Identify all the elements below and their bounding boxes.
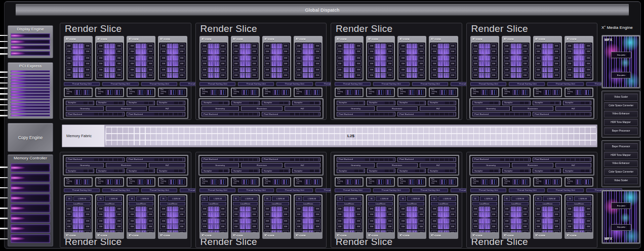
- xve-cell: XVE: [66, 61, 72, 66]
- xve-cell: XVE: [535, 212, 542, 217]
- xve-label: XVE: [253, 232, 256, 232]
- xve-row-group: XVEXVEXVEXVE: [535, 219, 560, 229]
- xe-core: Xe-coreXVEXVEXVEXVEXVEXVEXVEXVEXVEXVEXVE…: [335, 36, 364, 80]
- xve-cell: XVE: [553, 219, 560, 224]
- copy-engine-title: Copy Engine: [18, 135, 43, 140]
- xve-cell: XVE: [535, 61, 542, 66]
- xve-row: XVEXVE: [399, 230, 424, 232]
- ray-tracing-unit-label: Ray Tracing Unit: [431, 179, 438, 185]
- ray-tracing-unit: Ray Tracing Unit: [199, 88, 228, 97]
- xve-row: XVEXVE: [431, 61, 456, 66]
- xve-cell: XVE: [399, 61, 406, 66]
- pixel-backend-cells: [229, 113, 259, 115]
- xe-core-row: ISL1$/SLMLoad/StoreXVEXVEXVEXVEXVEXVEXVE…: [64, 194, 187, 239]
- xve-cell: XVE: [264, 44, 271, 49]
- activity-lane-bar: [11, 97, 50, 99]
- xve-activity-cell: [542, 224, 547, 229]
- xve-grid: XVEXVEXVEXVEXVEXVEXVEXVEXVEXVEXVEXVEXVEX…: [535, 206, 560, 232]
- xve-cell: XVE: [97, 206, 104, 212]
- xve-label: XVE: [149, 69, 152, 70]
- xve-activity-cell: [574, 49, 579, 54]
- xve-label: XVE: [433, 74, 436, 76]
- xve-row-group: XVEXVEXVEXVE: [160, 79, 185, 80]
- copy-engine-block: Copy Engine: [8, 123, 53, 152]
- xve-activity-cell: [407, 44, 412, 49]
- xe-core-label: Xe-core: [430, 233, 457, 238]
- xve-row-group: XVEXVEXVEXVE: [296, 219, 320, 229]
- geometry-label: Geometry: [351, 164, 360, 166]
- xve-activity-cell: [381, 206, 386, 212]
- pixel-backend-label: Pixel Backend: [339, 113, 353, 115]
- xve-row: XVEXVE: [202, 61, 226, 66]
- xve-activity-cell: [381, 219, 386, 224]
- xve-grid: XVEXVEXVEXVEXVEXVEXVEXVEXVEXVEXVEXVEXVEX…: [535, 44, 560, 79]
- xve-activity-cell: [277, 61, 282, 66]
- memory-controller-block: Memory Controller: [8, 154, 53, 246]
- xve-cell: XVE: [450, 73, 456, 78]
- xve-cell: XVE: [97, 219, 104, 224]
- xve-cell: XVE: [115, 230, 122, 232]
- xe-core: Xe-coreXVEXVEXVEXVEXVEXVEXVEXVEXVEXVEXVE…: [95, 36, 124, 80]
- xve-cell: XVE: [368, 212, 375, 217]
- xve-activity-cell: [214, 206, 219, 212]
- l1-slm-label: L1$/SLM: [109, 198, 117, 200]
- activity-lane-bar: [11, 51, 50, 56]
- xve-row-group: XVEXVEXVEXVE: [97, 206, 122, 217]
- geometry-row: GeometryRasterizerHiZ: [337, 163, 456, 168]
- xve-cell: XVE: [251, 206, 258, 212]
- xve-label: XVE: [149, 63, 152, 64]
- xve-row: XVEXVE: [431, 49, 456, 54]
- sampler-label: Sampler: [399, 102, 408, 104]
- xe-core-row: ISL1$/SLMLoad/StoreXVEXVEXVEXVEXVEXVEXVE…: [199, 194, 323, 239]
- xve-row: XVEXVE: [129, 79, 153, 80]
- xve-activity-cell: [271, 67, 276, 72]
- is-l1-row: ISL1$/SLM: [399, 196, 424, 201]
- xve-label: XVE: [315, 51, 319, 52]
- xve-activity-cell: [271, 230, 276, 232]
- xve-activity-cell: [344, 224, 349, 229]
- sampler-cells: [144, 102, 154, 104]
- xve-row: XVEXVE: [264, 49, 289, 54]
- l1-slm-bar: L1$/SLM: [438, 196, 456, 201]
- rtu-activity-block: [83, 90, 90, 95]
- xve-activity-cell: [438, 44, 443, 49]
- xve-label: XVE: [586, 232, 590, 232]
- xve-activity-cell: [303, 61, 308, 66]
- activity-lane-bar: [11, 194, 50, 202]
- load-store-label: Load/Store: [209, 203, 219, 205]
- hiz-label: HiZ: [436, 164, 439, 166]
- xve-cell: XVE: [220, 44, 226, 49]
- xve-cell: XVE: [147, 44, 153, 49]
- xve-label: XVE: [203, 208, 207, 210]
- xve-label: XVE: [451, 226, 455, 227]
- xve-label: XVE: [568, 63, 572, 64]
- xve-activity-cell: [444, 56, 449, 61]
- xve-cell: XVE: [504, 67, 510, 72]
- pixel-backend-label: Pixel Backend: [399, 113, 414, 115]
- rtu-activity-block: [169, 90, 176, 95]
- xve-cell: XVE: [386, 79, 393, 80]
- xve-cell: XVE: [179, 61, 185, 66]
- xe-core-label-text: Xe-core: [368, 234, 378, 237]
- encoder-label: Encoder: [617, 205, 625, 207]
- l1-slm-bar: L1$/SLM: [240, 196, 258, 201]
- xve-activity-cell: [214, 56, 219, 61]
- thread-sorting-unit-label: Thread Sorting Unit: [382, 189, 401, 191]
- xve-cell: XVE: [585, 73, 591, 78]
- xve-row: XVEXVE: [160, 230, 185, 232]
- xve-activity-cell: [271, 73, 276, 78]
- xve-cell: XVE: [553, 44, 560, 49]
- xe-core-label-sup: e: [339, 37, 340, 39]
- rtu-activity-block: [584, 90, 591, 95]
- sampler-label: Sampler: [294, 102, 302, 104]
- pixel-backend-label: Pixel Backend: [474, 113, 489, 115]
- pixel-backend-cells: [229, 158, 259, 161]
- xve-row: XVEXVE: [337, 206, 361, 212]
- thread-sorting-unit-label: Thread Sorting Unit: [517, 189, 536, 191]
- xve-label: XVE: [555, 69, 558, 70]
- io-stub: [0, 99, 8, 100]
- xve-label: XVE: [586, 220, 590, 222]
- xve-cell: XVE: [553, 49, 560, 54]
- ray-tracing-unit: Ray Tracing Unit: [127, 177, 155, 187]
- xe-core-label-sup: e: [203, 233, 204, 235]
